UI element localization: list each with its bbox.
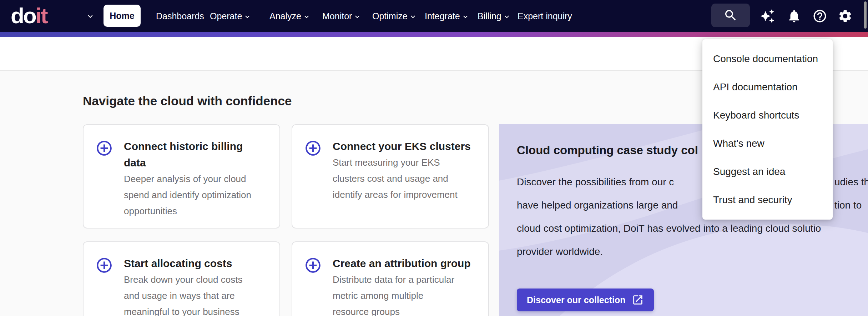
card-body-line: and usage in ways that are xyxy=(124,288,242,304)
menu-item-suggest-an-idea[interactable]: Suggest an idea xyxy=(702,158,833,186)
card-create-attribution-group[interactable]: Create an attribution group Distribute d… xyxy=(292,241,489,316)
nav-label: Expert inquiry xyxy=(518,11,572,21)
doit-console-page: doit Home Dashboards Operate Analyze Mon… xyxy=(0,0,868,316)
card-start-allocating-costs[interactable]: Start allocating costs Break down your c… xyxy=(83,241,280,316)
nav-item-optimize[interactable]: Optimize xyxy=(372,0,417,32)
card-title-line: Start allocating costs xyxy=(124,255,242,272)
promo-line-right: udies th xyxy=(834,170,868,194)
chevron-down-icon xyxy=(409,12,417,21)
nav-item-monitor[interactable]: Monitor xyxy=(322,0,362,32)
card-text: Create an attribution group Distribute d… xyxy=(333,255,471,316)
help-icon xyxy=(812,9,827,24)
menu-item-whats-new[interactable]: What's new xyxy=(702,130,833,158)
nav-item-operate[interactable]: Operate xyxy=(210,0,252,32)
help-button[interactable] xyxy=(812,8,828,24)
add-circle-icon xyxy=(304,139,322,157)
promo-line-left: Discover the possibilities from our c xyxy=(517,176,674,187)
card-title-line: Create an attribution group xyxy=(333,255,471,272)
help-dropdown-menu: Console documentation API documentation … xyxy=(702,39,833,220)
card-body-line: Distribute data for a particular xyxy=(333,272,471,288)
card-connect-historic-billing-data[interactable]: Connect historic billing data Deeper ana… xyxy=(83,124,280,229)
promo-line-left: have helped organizations large and xyxy=(517,200,678,211)
nav-label: Integrate xyxy=(425,11,460,21)
add-circle-icon xyxy=(95,256,113,274)
notifications-button[interactable] xyxy=(786,8,802,24)
top-navigation-bar: doit Home Dashboards Operate Analyze Mon… xyxy=(0,0,868,32)
settings-icon xyxy=(838,9,853,24)
nav-label: Analyze xyxy=(269,11,301,21)
scrollbar-thumb[interactable] xyxy=(864,1,867,29)
nav-label: Dashboards xyxy=(156,11,204,21)
doit-logo[interactable]: doit xyxy=(11,4,47,27)
add-circle-icon xyxy=(95,139,113,157)
menu-item-console-documentation[interactable]: Console documentation xyxy=(702,45,833,73)
notifications-icon xyxy=(787,9,802,24)
chevron-down-icon xyxy=(302,12,311,21)
card-text: Start allocating costs Break down your c… xyxy=(124,255,242,316)
card-body-line: opportunities xyxy=(124,203,251,219)
brand-gradient-bar xyxy=(0,32,868,37)
nav-label: Billing xyxy=(478,11,501,21)
card-body-line: Start measuring your EKS xyxy=(333,155,471,171)
nav-item-dashboards[interactable]: Dashboards xyxy=(156,0,204,32)
home-label: Home xyxy=(110,11,134,21)
card-body-line: Break down your cloud costs xyxy=(124,272,242,288)
promo-line-right: tion to xyxy=(834,194,862,217)
card-title-line: data xyxy=(124,155,251,171)
card-connect-eks-clusters[interactable]: Connect your EKS clusters Start measurin… xyxy=(292,124,489,229)
menu-item-keyboard-shortcuts[interactable]: Keyboard shortcuts xyxy=(702,101,833,130)
chevron-down-icon xyxy=(503,12,511,21)
nav-item-integrate[interactable]: Integrate xyxy=(425,0,470,32)
nav-label: Operate xyxy=(210,11,242,21)
org-switcher-chevron-icon[interactable] xyxy=(86,12,95,22)
card-body-line: meaningful to your business xyxy=(124,304,242,316)
menu-item-trust-and-security[interactable]: Trust and security xyxy=(702,186,833,214)
search-button[interactable] xyxy=(711,4,750,27)
menu-item-api-documentation[interactable]: API documentation xyxy=(702,73,833,101)
card-text: Connect your EKS clusters Start measurin… xyxy=(333,138,471,203)
sparkles-icon xyxy=(760,9,775,24)
chevron-down-icon xyxy=(353,12,362,21)
card-body-line: clusters cost and usage and xyxy=(333,171,471,187)
settings-button[interactable] xyxy=(837,8,853,24)
promo-line-left: provider worldwide. xyxy=(517,246,603,257)
discover-collection-label: Discover our collection xyxy=(527,295,625,305)
promo-line-left: cloud cost optimization, DoiT has evolve… xyxy=(517,223,821,234)
card-body-line: identify areas for improvement xyxy=(333,187,471,203)
chevron-down-icon xyxy=(243,12,252,21)
open-in-new-icon xyxy=(632,294,644,306)
page-title: Navigate the cloud with confidence xyxy=(83,94,292,109)
discover-collection-button[interactable]: Discover our collection xyxy=(517,289,654,311)
card-title-line: Connect historic billing xyxy=(124,138,251,155)
nav-item-billing[interactable]: Billing xyxy=(478,0,511,32)
nav-label: Optimize xyxy=(372,11,408,21)
card-body-line: Deeper analysis of your cloud xyxy=(124,171,251,187)
logo-it: it xyxy=(36,3,47,28)
card-body-line: resource groups xyxy=(333,304,471,316)
nav-item-expert-inquiry[interactable]: Expert inquiry xyxy=(518,0,572,32)
logo-do: do xyxy=(11,3,36,28)
card-body-line: spend and identify optimization xyxy=(124,187,251,203)
promo-line: provider worldwide. xyxy=(517,240,868,263)
search-icon xyxy=(723,8,738,22)
promo-line: cloud cost optimization, DoiT has evolve… xyxy=(517,217,868,240)
ai-assistant-button[interactable] xyxy=(760,8,775,24)
nav-label: Monitor xyxy=(322,11,352,21)
card-text: Connect historic billing data Deeper ana… xyxy=(124,138,251,219)
promo-heading: Cloud computing case study col xyxy=(517,144,698,157)
card-title-line: Connect your EKS clusters xyxy=(333,138,471,155)
card-body-line: metric among multiple xyxy=(333,288,471,304)
nav-item-home[interactable]: Home xyxy=(104,5,141,27)
add-circle-icon xyxy=(304,256,322,274)
nav-item-analyze[interactable]: Analyze xyxy=(269,0,311,32)
chevron-down-icon xyxy=(461,12,470,21)
